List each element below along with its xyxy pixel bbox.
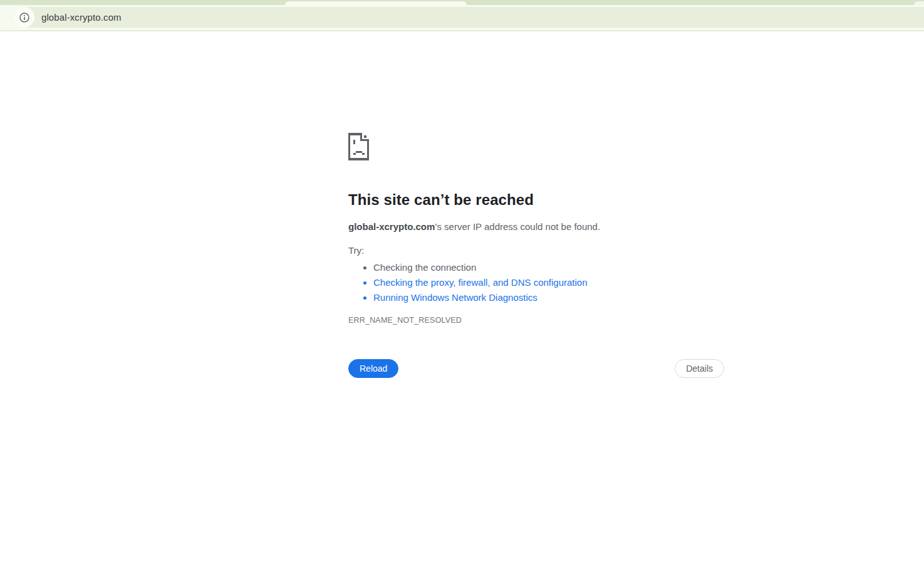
- details-button[interactable]: Details: [675, 359, 724, 378]
- error-code: ERR_NAME_NOT_RESOLVED: [348, 315, 724, 325]
- browser-window: global-xcrypto.com This site can’t be re…: [0, 0, 924, 586]
- tab-strip: [0, 0, 924, 5]
- reload-button[interactable]: Reload: [348, 359, 398, 378]
- action-row: Reload Details: [348, 359, 724, 378]
- address-bar[interactable]: global-xcrypto.com: [14, 7, 924, 28]
- try-label: Try:: [348, 244, 724, 257]
- suggestion-list: Checking the connection Checking the pro…: [348, 260, 724, 305]
- sad-file-icon: [348, 133, 369, 160]
- suggestion-diagnostics-link[interactable]: Running Windows Network Diagnostics: [373, 290, 724, 305]
- error-page: This site can’t be reached global-xcrypt…: [348, 133, 724, 378]
- error-subtitle-text: ’s server IP address could not be found.: [435, 221, 600, 232]
- info-icon: [19, 12, 30, 23]
- suggestion-connection: Checking the connection: [373, 260, 724, 275]
- suggestion-proxy-link[interactable]: Checking the proxy, firewall, and DNS co…: [373, 275, 724, 290]
- url-text[interactable]: global-xcrypto.com: [41, 12, 122, 23]
- site-info-button[interactable]: [14, 7, 34, 28]
- browser-toolbar: global-xcrypto.com: [0, 5, 924, 31]
- error-domain: global-xcrypto.com: [348, 221, 435, 232]
- error-subtitle: global-xcrypto.com’s server IP address c…: [348, 221, 724, 233]
- page-title: This site can’t be reached: [348, 190, 724, 209]
